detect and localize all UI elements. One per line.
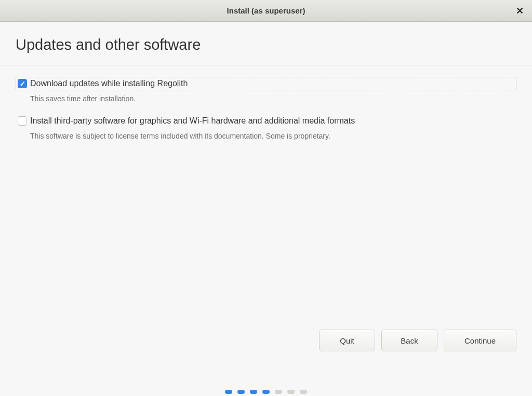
option-label-download-updates: Download updates while installing Regoli…	[30, 79, 188, 88]
step-indicator	[225, 390, 307, 394]
titlebar: Install (as superuser) ✕	[0, 0, 532, 22]
step-dot	[250, 390, 257, 394]
quit-button[interactable]: Quit	[319, 330, 375, 351]
step-dot	[287, 390, 295, 394]
content-area: ✓ Download updates while installing Rego…	[0, 65, 532, 140]
step-dot	[225, 390, 232, 394]
button-bar: Quit Back Continue	[319, 330, 516, 351]
option-desc-download-updates: This saves time after installation.	[30, 94, 516, 103]
option-desc-third-party: This software is subject to license term…	[30, 132, 516, 140]
option-download-updates: ✓ Download updates while installing Rego…	[16, 77, 516, 103]
step-dot	[262, 390, 270, 394]
option-row-download-updates[interactable]: ✓ Download updates while installing Rego…	[16, 77, 516, 90]
step-dot	[237, 390, 245, 394]
checkmark-icon: ✓	[20, 80, 25, 87]
checkbox-download-updates[interactable]: ✓	[18, 79, 27, 88]
option-label-third-party: Install third-party software for graphic…	[30, 116, 355, 126]
checkbox-third-party[interactable]	[18, 116, 27, 126]
step-dot	[275, 390, 282, 394]
option-row-third-party[interactable]: Install third-party software for graphic…	[16, 114, 516, 128]
continue-button[interactable]: Continue	[444, 330, 516, 351]
page-title: Updates and other software	[16, 36, 516, 53]
close-icon: ✕	[516, 5, 524, 17]
header-region: Updates and other software	[0, 22, 532, 65]
window-title: Install (as superuser)	[227, 6, 305, 15]
close-button[interactable]: ✕	[514, 6, 525, 16]
back-button[interactable]: Back	[381, 330, 437, 351]
step-dot	[300, 390, 307, 394]
option-third-party: Install third-party software for graphic…	[16, 114, 516, 140]
